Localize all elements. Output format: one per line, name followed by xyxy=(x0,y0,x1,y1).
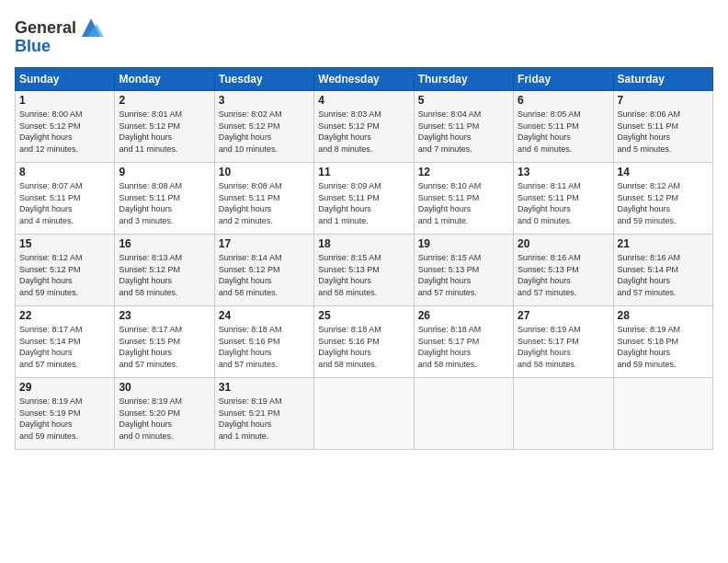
day-info: Sunrise: 8:19 AMSunset: 5:17 PMDaylight … xyxy=(518,324,609,370)
day-info: Sunrise: 8:19 AMSunset: 5:19 PMDaylight … xyxy=(19,396,110,442)
calendar-cell: 9Sunrise: 8:08 AMSunset: 5:11 PMDaylight… xyxy=(115,163,214,235)
day-info: Sunrise: 8:03 AMSunset: 5:12 PMDaylight … xyxy=(318,109,409,155)
calendar-cell xyxy=(414,378,513,450)
day-info: Sunrise: 8:08 AMSunset: 5:11 PMDaylight … xyxy=(219,180,310,226)
day-info: Sunrise: 8:16 AMSunset: 5:14 PMDaylight … xyxy=(618,252,709,298)
day-number: 18 xyxy=(318,237,409,250)
day-info: Sunrise: 8:18 AMSunset: 5:16 PMDaylight … xyxy=(318,324,409,370)
calendar-cell: 8Sunrise: 8:07 AMSunset: 5:11 PMDaylight… xyxy=(16,163,115,235)
calendar-cell: 7Sunrise: 8:06 AMSunset: 5:11 PMDaylight… xyxy=(613,91,712,163)
day-info: Sunrise: 8:16 AMSunset: 5:13 PMDaylight … xyxy=(518,252,609,298)
calendar-cell: 28Sunrise: 8:19 AMSunset: 5:18 PMDayligh… xyxy=(613,306,712,378)
calendar-table: SundayMondayTuesdayWednesdayThursdayFrid… xyxy=(15,67,713,450)
day-number: 1 xyxy=(19,94,110,107)
calendar-cell: 12Sunrise: 8:10 AMSunset: 5:11 PMDayligh… xyxy=(414,163,513,235)
weekday-thursday: Thursday xyxy=(414,68,513,91)
day-number: 19 xyxy=(418,237,509,250)
day-info: Sunrise: 8:05 AMSunset: 5:11 PMDaylight … xyxy=(518,109,609,155)
weekday-friday: Friday xyxy=(514,68,613,91)
day-info: Sunrise: 8:10 AMSunset: 5:11 PMDaylight … xyxy=(418,180,509,226)
day-info: Sunrise: 8:04 AMSunset: 5:11 PMDaylight … xyxy=(418,109,509,155)
logo-general: General xyxy=(15,18,76,38)
day-number: 17 xyxy=(219,237,310,250)
day-number: 4 xyxy=(318,94,409,107)
calendar-cell: 18Sunrise: 8:15 AMSunset: 5:13 PMDayligh… xyxy=(314,235,414,306)
day-number: 10 xyxy=(219,166,310,178)
day-number: 20 xyxy=(518,237,609,250)
logo-icon xyxy=(78,15,104,40)
day-info: Sunrise: 8:15 AMSunset: 5:13 PMDaylight … xyxy=(418,252,509,298)
day-number: 21 xyxy=(618,237,709,250)
day-info: Sunrise: 8:12 AMSunset: 5:12 PMDaylight … xyxy=(19,252,110,298)
day-number: 27 xyxy=(518,309,609,322)
calendar-cell: 24Sunrise: 8:18 AMSunset: 5:16 PMDayligh… xyxy=(214,306,313,378)
day-number: 9 xyxy=(119,166,210,178)
calendar-body: 1Sunrise: 8:00 AMSunset: 5:12 PMDaylight… xyxy=(16,91,713,450)
weekday-sunday: Sunday xyxy=(16,68,115,91)
calendar-cell: 27Sunrise: 8:19 AMSunset: 5:17 PMDayligh… xyxy=(514,306,613,378)
weekday-saturday: Saturday xyxy=(613,68,712,91)
calendar-cell: 26Sunrise: 8:18 AMSunset: 5:17 PMDayligh… xyxy=(414,306,513,378)
day-number: 14 xyxy=(618,166,709,178)
calendar-cell xyxy=(314,378,414,450)
calendar-cell xyxy=(613,378,712,450)
day-info: Sunrise: 8:18 AMSunset: 5:17 PMDaylight … xyxy=(418,324,509,370)
day-number: 13 xyxy=(518,166,609,178)
day-number: 16 xyxy=(119,237,210,250)
calendar-cell: 5Sunrise: 8:04 AMSunset: 5:11 PMDaylight… xyxy=(414,91,513,163)
day-number: 2 xyxy=(119,94,210,107)
week-row-4: 22Sunrise: 8:17 AMSunset: 5:14 PMDayligh… xyxy=(16,306,713,378)
day-info: Sunrise: 8:09 AMSunset: 5:11 PMDaylight … xyxy=(318,180,409,226)
day-number: 15 xyxy=(19,237,110,250)
logo: General Blue xyxy=(15,15,104,56)
calendar-cell: 19Sunrise: 8:15 AMSunset: 5:13 PMDayligh… xyxy=(414,235,513,306)
day-info: Sunrise: 8:18 AMSunset: 5:16 PMDaylight … xyxy=(219,324,310,370)
calendar-cell: 23Sunrise: 8:17 AMSunset: 5:15 PMDayligh… xyxy=(115,306,214,378)
day-info: Sunrise: 8:01 AMSunset: 5:12 PMDaylight … xyxy=(119,109,210,155)
day-number: 24 xyxy=(219,309,310,322)
day-info: Sunrise: 8:17 AMSunset: 5:14 PMDaylight … xyxy=(19,324,110,370)
calendar-cell: 22Sunrise: 8:17 AMSunset: 5:14 PMDayligh… xyxy=(16,306,115,378)
calendar-cell: 15Sunrise: 8:12 AMSunset: 5:12 PMDayligh… xyxy=(16,235,115,306)
day-info: Sunrise: 8:17 AMSunset: 5:15 PMDaylight … xyxy=(119,324,210,370)
calendar-cell: 3Sunrise: 8:02 AMSunset: 5:12 PMDaylight… xyxy=(214,91,313,163)
day-number: 31 xyxy=(219,381,310,394)
day-info: Sunrise: 8:07 AMSunset: 5:11 PMDaylight … xyxy=(19,180,110,226)
day-number: 6 xyxy=(518,94,609,107)
day-number: 3 xyxy=(219,94,310,107)
calendar-cell: 21Sunrise: 8:16 AMSunset: 5:14 PMDayligh… xyxy=(613,235,712,306)
main-container: General Blue SundayMondayTuesdayWednesda… xyxy=(0,0,728,457)
day-info: Sunrise: 8:19 AMSunset: 5:18 PMDaylight … xyxy=(618,324,709,370)
calendar-cell: 17Sunrise: 8:14 AMSunset: 5:12 PMDayligh… xyxy=(214,235,313,306)
calendar-cell: 11Sunrise: 8:09 AMSunset: 5:11 PMDayligh… xyxy=(314,163,414,235)
calendar-cell: 6Sunrise: 8:05 AMSunset: 5:11 PMDaylight… xyxy=(514,91,613,163)
weekday-monday: Monday xyxy=(115,68,214,91)
day-number: 22 xyxy=(19,309,110,322)
calendar-cell xyxy=(514,378,613,450)
day-number: 23 xyxy=(119,309,210,322)
week-row-1: 1Sunrise: 8:00 AMSunset: 5:12 PMDaylight… xyxy=(16,91,713,163)
day-number: 28 xyxy=(618,309,709,322)
calendar-cell: 20Sunrise: 8:16 AMSunset: 5:13 PMDayligh… xyxy=(514,235,613,306)
header: General Blue xyxy=(15,15,713,56)
day-number: 5 xyxy=(418,94,509,107)
day-info: Sunrise: 8:19 AMSunset: 5:21 PMDaylight … xyxy=(219,396,310,442)
calendar-cell: 16Sunrise: 8:13 AMSunset: 5:12 PMDayligh… xyxy=(115,235,214,306)
day-number: 11 xyxy=(318,166,409,178)
day-info: Sunrise: 8:08 AMSunset: 5:11 PMDaylight … xyxy=(119,180,210,226)
day-number: 26 xyxy=(418,309,509,322)
day-info: Sunrise: 8:11 AMSunset: 5:11 PMDaylight … xyxy=(518,180,609,226)
weekday-header-row: SundayMondayTuesdayWednesdayThursdayFrid… xyxy=(16,68,713,91)
weekday-tuesday: Tuesday xyxy=(214,68,313,91)
calendar-cell: 31Sunrise: 8:19 AMSunset: 5:21 PMDayligh… xyxy=(214,378,313,450)
day-number: 7 xyxy=(618,94,709,107)
day-number: 12 xyxy=(418,166,509,178)
weekday-wednesday: Wednesday xyxy=(314,68,414,91)
day-info: Sunrise: 8:06 AMSunset: 5:11 PMDaylight … xyxy=(618,109,709,155)
day-number: 8 xyxy=(19,166,110,178)
calendar-cell: 2Sunrise: 8:01 AMSunset: 5:12 PMDaylight… xyxy=(115,91,214,163)
calendar-cell: 29Sunrise: 8:19 AMSunset: 5:19 PMDayligh… xyxy=(16,378,115,450)
calendar-cell: 14Sunrise: 8:12 AMSunset: 5:12 PMDayligh… xyxy=(613,163,712,235)
day-info: Sunrise: 8:14 AMSunset: 5:12 PMDaylight … xyxy=(219,252,310,298)
calendar-cell: 25Sunrise: 8:18 AMSunset: 5:16 PMDayligh… xyxy=(314,306,414,378)
